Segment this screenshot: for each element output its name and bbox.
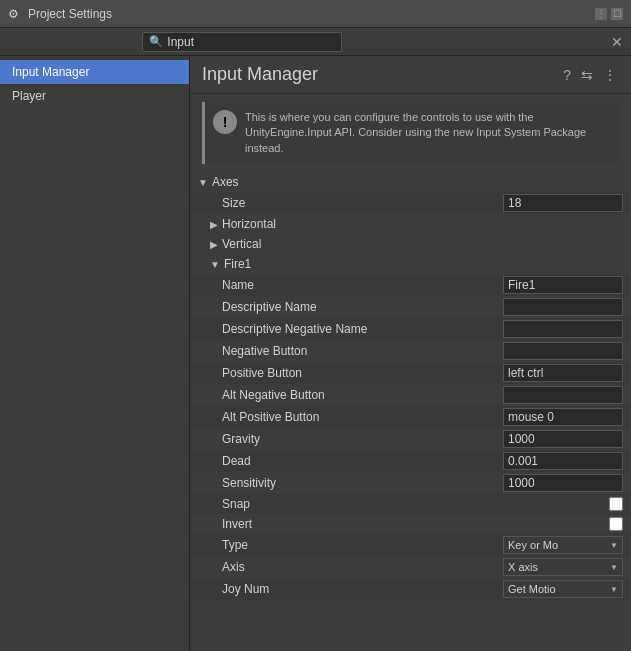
warning-icon: ! <box>213 110 237 134</box>
name-label: Name <box>222 278 503 292</box>
axes-section-header[interactable]: Axes <box>190 172 631 192</box>
positive-button-label: Positive Button <box>222 366 503 380</box>
size-input[interactable] <box>503 194 623 212</box>
size-row: Size <box>190 192 631 214</box>
invert-label: Invert <box>222 517 609 531</box>
negative-button-label: Negative Button <box>222 344 503 358</box>
properties-panel: Axes Size Horizontal Vertical Fire1 <box>190 172 631 608</box>
alt-positive-button-row: Alt Positive Button <box>190 406 631 428</box>
horizontal-arrow-icon <box>210 219 218 230</box>
joy-num-value: Get Motio <box>508 583 556 595</box>
name-row: Name <box>190 274 631 296</box>
axes-label: Axes <box>212 175 239 189</box>
fire1-arrow-icon <box>210 259 220 270</box>
name-input[interactable] <box>503 276 623 294</box>
maximize-btn[interactable]: ☐ <box>611 8 623 20</box>
help-icon-btn[interactable]: ? <box>561 65 573 85</box>
vertical-arrow-icon <box>210 239 218 250</box>
positive-button-row: Positive Button <box>190 362 631 384</box>
sensitivity-label: Sensitivity <box>222 476 503 490</box>
axis-dropdown[interactable]: X axis <box>503 558 623 576</box>
descriptive-name-input[interactable] <box>503 298 623 316</box>
settings-icon: ⚙ <box>8 7 22 21</box>
search-wrapper: 🔍 <box>142 32 342 52</box>
type-row: Type Key or Mo <box>190 534 631 556</box>
invert-row: Invert <box>190 514 631 534</box>
snap-checkbox[interactable] <box>609 497 623 511</box>
sensitivity-input[interactable] <box>503 474 623 492</box>
invert-checkbox[interactable] <box>609 517 623 531</box>
descriptive-negative-name-label: Descriptive Negative Name <box>222 322 503 336</box>
menu-icon-btn[interactable]: ⋮ <box>595 8 607 20</box>
content-title: Input Manager <box>202 64 561 85</box>
warning-text: This is where you can configure the cont… <box>245 110 611 156</box>
fire1-section-header[interactable]: Fire1 <box>190 254 631 274</box>
descriptive-negative-name-row: Descriptive Negative Name <box>190 318 631 340</box>
negative-button-row: Negative Button <box>190 340 631 362</box>
title-bar-text: Project Settings <box>28 7 595 21</box>
gravity-row: Gravity <box>190 428 631 450</box>
joy-num-row: Joy Num Get Motio <box>190 578 631 600</box>
settings-transfer-icon-btn[interactable]: ⇆ <box>579 65 595 85</box>
horizontal-section-header[interactable]: Horizontal <box>190 214 631 234</box>
alt-negative-button-label: Alt Negative Button <box>222 388 503 402</box>
axis-value: X axis <box>508 561 538 573</box>
type-dropdown[interactable]: Key or Mo <box>503 536 623 554</box>
content-area: Input Manager ? ⇆ ⋮ ! This is where you … <box>190 56 631 651</box>
sidebar-item-input-manager[interactable]: Input Manager <box>0 60 189 84</box>
alt-negative-button-row: Alt Negative Button <box>190 384 631 406</box>
warning-box: ! This is where you can configure the co… <box>202 102 619 164</box>
alt-negative-button-input[interactable] <box>503 386 623 404</box>
title-bar-controls: ⋮ ☐ <box>595 8 623 20</box>
alt-positive-button-input[interactable] <box>503 408 623 426</box>
snap-row: Snap <box>190 494 631 514</box>
search-input[interactable] <box>167 35 335 49</box>
descriptive-name-label: Descriptive Name <box>222 300 503 314</box>
type-label: Type <box>222 538 503 552</box>
axes-arrow-icon <box>198 177 208 188</box>
joy-num-dropdown[interactable]: Get Motio <box>503 580 623 598</box>
fire1-label: Fire1 <box>224 257 251 271</box>
sidebar: Input Manager Player <box>0 56 190 651</box>
more-menu-icon-btn[interactable]: ⋮ <box>601 65 619 85</box>
dead-input[interactable] <box>503 452 623 470</box>
size-label: Size <box>222 196 503 210</box>
sidebar-item-player[interactable]: Player <box>0 84 189 108</box>
type-value: Key or Mo <box>508 539 558 551</box>
horizontal-label: Horizontal <box>222 217 276 231</box>
alt-positive-button-label: Alt Positive Button <box>222 410 503 424</box>
gravity-input[interactable] <box>503 430 623 448</box>
axis-label: Axis <box>222 560 503 574</box>
search-bar: 🔍 ✕ <box>0 28 631 56</box>
header-icons: ? ⇆ ⋮ <box>561 65 619 85</box>
axis-row: Axis X axis <box>190 556 631 578</box>
dead-row: Dead <box>190 450 631 472</box>
descriptive-name-row: Descriptive Name <box>190 296 631 318</box>
close-search-btn[interactable]: ✕ <box>611 34 623 50</box>
vertical-label: Vertical <box>222 237 261 251</box>
content-header: Input Manager ? ⇆ ⋮ <box>190 56 631 94</box>
sensitivity-row: Sensitivity <box>190 472 631 494</box>
joy-num-label: Joy Num <box>222 582 503 596</box>
title-bar: ⚙ Project Settings ⋮ ☐ <box>0 0 631 28</box>
snap-label: Snap <box>222 497 609 511</box>
positive-button-input[interactable] <box>503 364 623 382</box>
descriptive-negative-name-input[interactable] <box>503 320 623 338</box>
dead-label: Dead <box>222 454 503 468</box>
gravity-label: Gravity <box>222 432 503 446</box>
search-icon: 🔍 <box>149 35 163 48</box>
main-layout: Input Manager Player Input Manager ? ⇆ ⋮… <box>0 56 631 651</box>
vertical-section-header[interactable]: Vertical <box>190 234 631 254</box>
negative-button-input[interactable] <box>503 342 623 360</box>
